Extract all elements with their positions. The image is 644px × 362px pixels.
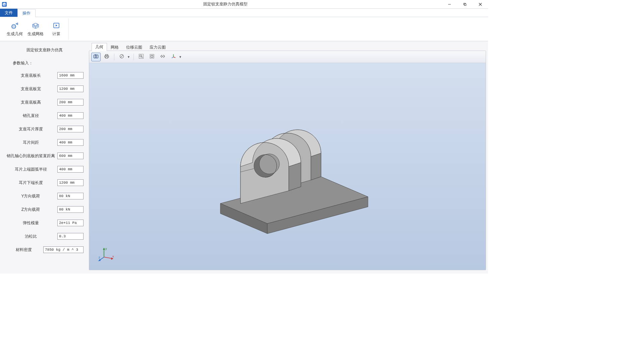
view-tab-stress[interactable]: 应力云图 bbox=[146, 43, 169, 51]
param-elastic-mod-label: 弹性模量 bbox=[5, 220, 57, 226]
param-base-length-label: 支座底板长 bbox=[5, 73, 57, 78]
ribbon-tab-file[interactable]: 文件 bbox=[0, 9, 17, 17]
svg-point-6 bbox=[12, 24, 16, 28]
sidebar-title: 固定铰支座静力仿真 bbox=[5, 47, 84, 53]
param-ear-thickness-input[interactable] bbox=[57, 126, 84, 132]
svg-line-36 bbox=[104, 257, 112, 258]
param-poisson-label: 泊松比 bbox=[5, 234, 57, 239]
geometry-icon bbox=[10, 21, 19, 30]
view-tab-geometry-label: 几何 bbox=[95, 45, 103, 49]
param-load-y-label: Y方向载荷 bbox=[5, 193, 57, 199]
param-pin-diameter-input[interactable] bbox=[57, 112, 84, 119]
minimize-button[interactable] bbox=[442, 0, 457, 9]
svg-point-18 bbox=[140, 55, 142, 57]
svg-point-7 bbox=[12, 26, 16, 27]
ribbon-tab-operate[interactable]: 操作 bbox=[17, 9, 36, 17]
zoom-extents-button[interactable] bbox=[137, 53, 146, 61]
svg-rect-17 bbox=[139, 54, 143, 59]
view-tab-mesh-label: 网格 bbox=[111, 45, 119, 50]
app-icon bbox=[0, 0, 9, 9]
zoom-extents-icon bbox=[139, 54, 144, 60]
printer-icon bbox=[104, 54, 109, 60]
svg-line-24 bbox=[173, 57, 175, 58]
param-pin-to-base-input[interactable] bbox=[57, 153, 84, 159]
param-pin-diameter-label: 销孔直径 bbox=[5, 113, 57, 119]
param-ear-gap-label: 耳片间距 bbox=[5, 140, 57, 145]
svg-text:y: y bbox=[105, 247, 107, 250]
svg-marker-39 bbox=[98, 259, 101, 261]
compute-button[interactable]: 计算 bbox=[47, 19, 66, 39]
svg-text:z: z bbox=[99, 256, 100, 259]
param-ear-bottom-l-input[interactable] bbox=[57, 179, 84, 186]
param-load-y-input[interactable] bbox=[57, 193, 84, 199]
param-ear-bottom-l-label: 耳片下端长度 bbox=[5, 180, 57, 186]
ribbon-tab-file-label: 文件 bbox=[5, 10, 13, 16]
param-ear-arc-r-input[interactable] bbox=[57, 166, 84, 173]
generate-geometry-button[interactable]: 生成几何 bbox=[5, 19, 24, 39]
view-orientation-dropdown[interactable]: ▼ bbox=[169, 53, 182, 61]
param-poisson-input[interactable] bbox=[57, 233, 84, 240]
view-tab-mesh[interactable]: 网格 bbox=[107, 43, 122, 51]
param-ear-thickness-label: 支座耳片厚度 bbox=[5, 126, 57, 132]
model-hinge-support bbox=[200, 93, 375, 235]
print-button[interactable] bbox=[102, 53, 111, 61]
svg-rect-20 bbox=[150, 54, 154, 58]
svg-point-22 bbox=[162, 56, 163, 57]
orientation-triad: y x z bbox=[99, 247, 115, 262]
generate-geometry-label: 生成几何 bbox=[7, 31, 23, 37]
view-tab-displacement-label: 位移云图 bbox=[126, 45, 142, 50]
svg-marker-35 bbox=[103, 248, 105, 250]
svg-text:x: x bbox=[112, 255, 114, 258]
mesh-icon bbox=[31, 21, 40, 30]
axis-icon bbox=[171, 54, 176, 60]
param-density-label: 材料密度 bbox=[5, 247, 43, 253]
param-base-height-input[interactable] bbox=[57, 99, 84, 106]
chevron-down-icon: ▼ bbox=[127, 55, 130, 59]
param-ear-arc-r-label: 耳片上端圆弧半径 bbox=[5, 167, 57, 172]
param-elastic-mod-input[interactable] bbox=[57, 220, 84, 226]
view-tab-displacement[interactable]: 位移云图 bbox=[122, 43, 146, 51]
maximize-button[interactable] bbox=[457, 0, 473, 9]
ribbon-tab-operate-label: 操作 bbox=[22, 10, 31, 16]
compute-label: 计算 bbox=[52, 31, 60, 37]
view-tab-geometry[interactable]: 几何 bbox=[92, 43, 107, 51]
chevron-down-icon: ▼ bbox=[179, 55, 182, 59]
zoom-box-button[interactable] bbox=[147, 53, 157, 61]
compute-icon bbox=[52, 21, 61, 30]
snapshot-button[interactable] bbox=[91, 53, 101, 61]
close-button[interactable] bbox=[473, 0, 488, 9]
param-load-z-input[interactable] bbox=[57, 206, 84, 213]
param-density-input[interactable] bbox=[43, 246, 84, 253]
svg-rect-3 bbox=[465, 4, 466, 5]
zoom-box-icon bbox=[149, 54, 155, 60]
svg-point-10 bbox=[95, 56, 97, 57]
reset-view-icon bbox=[160, 54, 165, 60]
parameter-sidebar: 固定铰支座静力仿真 参数输入： 支座底板长 支座底板宽 支座底板高 销孔直径 支… bbox=[0, 41, 89, 274]
svg-rect-11 bbox=[95, 55, 96, 55]
reset-view-button[interactable] bbox=[158, 53, 167, 61]
window-title: 固定铰支座静力仿真模型 bbox=[9, 1, 442, 7]
svg-line-19 bbox=[142, 57, 143, 58]
view-tab-stress-label: 应力云图 bbox=[150, 45, 166, 50]
param-base-height-label: 支座底板高 bbox=[5, 100, 57, 105]
generate-mesh-label: 生成网格 bbox=[28, 31, 44, 37]
sidebar-subtitle: 参数输入： bbox=[13, 60, 76, 66]
svg-rect-9 bbox=[94, 55, 98, 58]
param-load-z-label: Z方向载荷 bbox=[5, 207, 57, 213]
param-ear-gap-input[interactable] bbox=[57, 139, 84, 146]
camera-icon bbox=[93, 54, 99, 60]
viewport-toolbar: ▼ ▼ bbox=[89, 51, 486, 63]
param-pin-to-base-label: 销孔轴心到底板的竖直距离 bbox=[5, 153, 57, 159]
viewport-3d[interactable]: y x z bbox=[89, 63, 486, 270]
param-base-length-input[interactable] bbox=[57, 72, 84, 79]
svg-line-16 bbox=[120, 55, 123, 58]
scene-light-dropdown[interactable]: ▼ bbox=[117, 53, 131, 61]
generate-mesh-button[interactable]: 生成网格 bbox=[26, 19, 45, 39]
svg-rect-14 bbox=[106, 57, 108, 58]
svg-rect-21 bbox=[151, 55, 153, 57]
svg-point-32 bbox=[259, 154, 279, 174]
param-base-width-input[interactable] bbox=[57, 85, 84, 92]
param-base-width-label: 支座底板宽 bbox=[5, 86, 57, 92]
svg-line-25 bbox=[172, 57, 173, 58]
no-entry-icon bbox=[119, 54, 124, 60]
